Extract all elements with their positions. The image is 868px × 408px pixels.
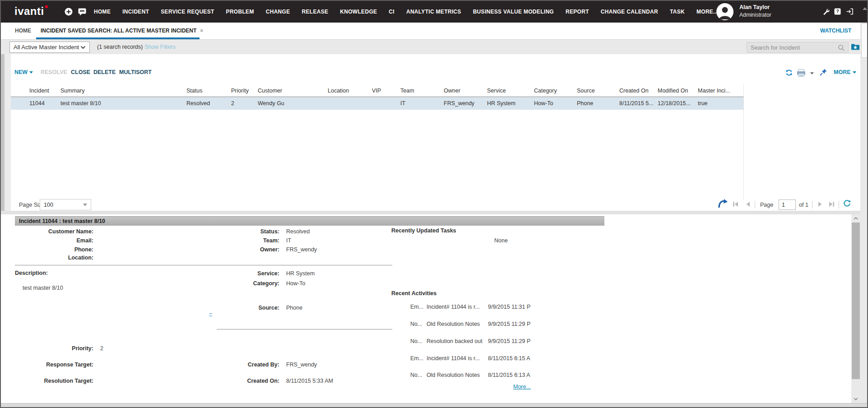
nav-item-ci[interactable]: CI [389, 9, 395, 15]
customer-name-label: Customer Name: [15, 228, 93, 235]
cell-priority: 2 [231, 100, 234, 107]
more-button[interactable]: MORE [834, 69, 856, 75]
col-summary[interactable]: Summary [60, 88, 84, 94]
nav-item-problem[interactable]: PROBLEM [226, 9, 254, 15]
print-options-caret-icon[interactable] [810, 72, 814, 74]
new-button[interactable]: NEW [14, 69, 33, 75]
response-target-label: Response Target: [15, 362, 93, 368]
nav-item-incident[interactable]: INCIDENT [122, 9, 149, 15]
delete-button[interactable]: DELETE [93, 69, 116, 75]
table-row[interactable]: 11044 test master 8/10 Resolved 2 Wendy … [11, 97, 743, 110]
col-incident[interactable]: Incident [29, 88, 49, 94]
next-page-icon[interactable] [816, 200, 825, 208]
saved-search-value: All Active Master Incident [14, 44, 80, 51]
search-input[interactable] [747, 42, 836, 52]
left-splitter[interactable] [1, 54, 5, 211]
show-filters-link[interactable]: Show Filters [144, 44, 176, 50]
resolve-button[interactable]: RESOLVE [41, 69, 67, 75]
nav-item-release[interactable]: RELEASE [302, 9, 329, 15]
resolution-target-label: Resolution Target: [15, 378, 93, 384]
col-source[interactable]: Source [577, 88, 595, 94]
pin-icon[interactable] [819, 68, 827, 76]
col-team[interactable]: Team [400, 88, 414, 94]
nav-item-business-value-modeling[interactable]: BUSINESS VALUE MODELING [473, 9, 554, 15]
tasks-empty-value: None [494, 237, 508, 244]
cell-master-incident: true [698, 100, 708, 107]
col-modified-on[interactable]: Modified On [658, 88, 688, 94]
tab-close-icon[interactable]: × [200, 28, 203, 34]
created-by-label: Created By: [195, 362, 279, 368]
nav-item-task[interactable]: TASK [670, 9, 685, 15]
recent-activities-title: Recent Activities [391, 290, 436, 297]
prev-page-icon[interactable] [743, 200, 752, 208]
page-scrollbar[interactable] [860, 1, 868, 408]
scroll-down-icon[interactable] [851, 395, 860, 403]
first-page-icon[interactable] [731, 200, 740, 208]
description-label: Description: [15, 270, 48, 276]
tab-bar: HOME INCIDENT SAVED SEARCH: ALL ACTIVE M… [1, 23, 860, 39]
last-page-icon[interactable] [827, 200, 836, 208]
logout-icon[interactable] [846, 8, 854, 15]
nav-item-report[interactable]: REPORT [566, 9, 589, 15]
search-icon[interactable] [838, 45, 845, 51]
more-activities-link[interactable]: More... [513, 384, 531, 390]
saved-search-folder-icon[interactable] [851, 43, 859, 50]
activity-summary: Incident# 11044 is r... [427, 304, 486, 310]
settings-wrench-icon[interactable] [822, 8, 830, 15]
tab-incident-saved-search[interactable]: INCIDENT SAVED SEARCH: ALL ACTIVE MASTER… [41, 28, 203, 34]
activity-date: 9/9/2015 11:31 P [488, 304, 540, 310]
nav-item-analytic-metrics[interactable]: ANALYTIC METRICS [406, 9, 461, 15]
user-info[interactable]: Alan Taylor Administrator [739, 4, 771, 18]
window-bottom-edge [1, 403, 868, 408]
nav-item-home[interactable]: HOME [94, 9, 111, 15]
col-category[interactable]: Category [534, 88, 557, 94]
page-of-label: of 1 [799, 202, 808, 208]
avatar[interactable] [716, 3, 733, 20]
logo-accent-square [45, 5, 48, 8]
trend-chart-icon[interactable] [718, 199, 729, 209]
detail-scrollbar[interactable] [851, 214, 860, 403]
nav-item-change[interactable]: CHANGE [266, 9, 290, 15]
col-created-on[interactable]: Created On [619, 88, 649, 94]
refresh-list-icon[interactable] [785, 69, 793, 76]
watchlist-link[interactable]: WATCHLIST [820, 28, 851, 34]
filter-bar: All Active Master Incident (1 search rec… [1, 39, 860, 54]
ivanti-logo[interactable]: ivanti [14, 5, 44, 18]
refresh-page-icon[interactable] [843, 199, 851, 207]
activity-type: Em... [410, 304, 425, 310]
col-master-incident[interactable]: Master Inci... [698, 88, 730, 94]
scroll-up-icon[interactable] [863, 7, 867, 10]
tab-home[interactable]: HOME [15, 28, 31, 34]
col-service[interactable]: Service [487, 88, 506, 94]
page-size-select[interactable]: 100 [40, 199, 91, 210]
col-location[interactable]: Location [328, 88, 349, 94]
nav-item-change-calendar[interactable]: CHANGE CALENDAR [601, 9, 658, 15]
col-vip[interactable]: VIP [372, 88, 381, 94]
scrollbar-thumb[interactable] [852, 223, 860, 379]
col-status[interactable]: Status [186, 88, 202, 94]
scroll-up-icon[interactable] [851, 214, 860, 223]
status-value: Resolved [286, 228, 310, 235]
nav-item-more[interactable]: MORE... [696, 9, 718, 15]
scrollbar-thumb[interactable] [861, 23, 868, 58]
source-value: Phone [286, 305, 302, 311]
help-icon[interactable]: ? [834, 8, 841, 15]
close-button[interactable]: CLOSE [71, 69, 90, 75]
cell-service: HR System [487, 100, 515, 107]
activity-type: Em... [410, 355, 425, 362]
print-icon[interactable] [797, 69, 806, 77]
saved-search-select[interactable]: All Active Master Incident [9, 42, 90, 53]
page-number-input[interactable] [779, 199, 796, 210]
col-owner[interactable]: Owner [444, 88, 460, 94]
location-label: Location: [15, 255, 93, 261]
add-record-icon[interactable] [65, 8, 73, 16]
panel-splitter[interactable] [1, 211, 860, 214]
col-customer[interactable]: Customer [258, 88, 282, 94]
nav-item-knowledge[interactable]: KNOWLEDGE [340, 9, 377, 15]
created-on-label: Created On: [195, 378, 279, 384]
feedback-chat-icon[interactable] [78, 8, 86, 16]
main-menu: HOME INCIDENT SERVICE REQUEST PROBLEM CH… [94, 1, 718, 23]
multisort-button[interactable]: MULTISORT [119, 69, 152, 75]
col-priority[interactable]: Priority [231, 88, 249, 94]
nav-item-service-request[interactable]: SERVICE REQUEST [161, 9, 214, 15]
